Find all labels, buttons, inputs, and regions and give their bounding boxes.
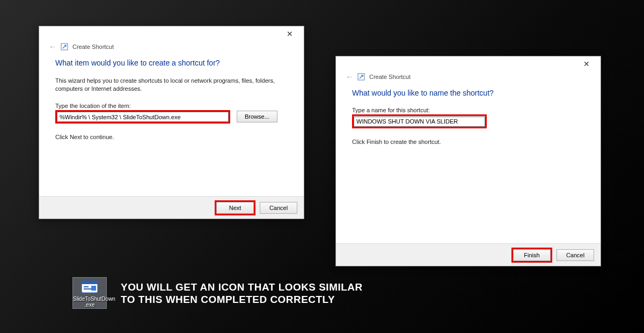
dialog-content: What item would you like to create a sho… bbox=[39, 51, 304, 196]
finish-highlight: Finish bbox=[511, 248, 552, 263]
breadcrumb-label: Create Shortcut bbox=[369, 74, 411, 80]
instruction-caption: You will get an icon that looks similar … bbox=[121, 281, 363, 306]
close-icon[interactable]: ✕ bbox=[576, 57, 597, 71]
executable-icon bbox=[80, 279, 99, 295]
svg-rect-6 bbox=[91, 286, 96, 291]
location-highlight bbox=[55, 110, 230, 124]
finish-hint: Click Finish to create the shortcut. bbox=[352, 138, 584, 146]
location-input[interactable] bbox=[57, 112, 229, 122]
shortcut-filename: SlideToShutDown.exe bbox=[73, 296, 106, 308]
svg-rect-5 bbox=[84, 288, 91, 289]
titlebar: ✕ bbox=[336, 56, 601, 71]
breadcrumb-label: Create Shortcut bbox=[72, 44, 114, 50]
dialog-heading: What item would you like to create a sho… bbox=[55, 59, 288, 67]
help-text: This wizard helps you to create shortcut… bbox=[55, 77, 288, 93]
name-highlight bbox=[352, 114, 487, 128]
shortcut-arrow-icon bbox=[357, 73, 365, 81]
next-button[interactable]: Next bbox=[216, 202, 254, 214]
svg-rect-3 bbox=[82, 281, 98, 284]
name-label: Type a name for this shortcut: bbox=[352, 107, 584, 113]
dialog-content: What would you like to name the shortcut… bbox=[336, 81, 601, 243]
breadcrumb: ← Create Shortcut bbox=[336, 71, 601, 81]
browse-button[interactable]: Browse... bbox=[237, 111, 277, 122]
next-highlight: Next bbox=[215, 200, 255, 215]
titlebar: ✕ bbox=[39, 26, 304, 41]
cancel-button[interactable]: Cancel bbox=[557, 249, 594, 261]
desktop-shortcut-preview[interactable]: SlideToShutDown.exe bbox=[72, 277, 107, 309]
close-icon[interactable]: ✕ bbox=[279, 27, 301, 41]
shortcut-arrow-icon bbox=[61, 43, 68, 50]
back-arrow-icon[interactable]: ← bbox=[49, 42, 56, 51]
continue-hint: Click Next to continue. bbox=[55, 133, 288, 141]
cancel-button[interactable]: Cancel bbox=[260, 202, 297, 214]
create-shortcut-dialog-step1: ✕ ← Create Shortcut What item would you … bbox=[39, 26, 304, 219]
dialog-footer: Next Cancel bbox=[39, 196, 304, 219]
location-label: Type the location of the item: bbox=[55, 103, 288, 109]
dialog-heading: What would you like to name the shortcut… bbox=[352, 89, 584, 97]
svg-rect-4 bbox=[84, 286, 89, 287]
back-arrow-icon[interactable]: ← bbox=[346, 73, 353, 81]
create-shortcut-dialog-step2: ✕ ← Create Shortcut What would you like … bbox=[335, 56, 601, 266]
name-input[interactable] bbox=[354, 117, 485, 127]
dialog-footer: Finish Cancel bbox=[336, 243, 601, 266]
finish-button[interactable]: Finish bbox=[513, 249, 551, 261]
breadcrumb: ← Create Shortcut bbox=[39, 41, 304, 51]
